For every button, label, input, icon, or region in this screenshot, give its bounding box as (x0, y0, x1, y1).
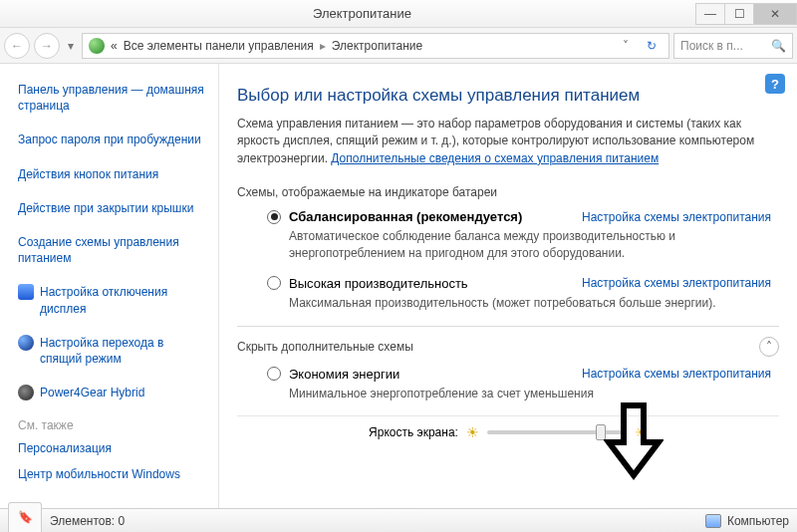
plan-powersaver-radio[interactable] (267, 367, 281, 381)
plan-balanced-settings-link[interactable]: Настройка схемы электропитания (582, 210, 771, 224)
sidebar-link-sleep[interactable]: Настройка перехода в спящий режим (40, 335, 204, 367)
plan-highperf-radio[interactable] (267, 276, 281, 290)
control-panel-icon (89, 38, 105, 54)
minimize-button[interactable]: — (695, 3, 725, 25)
sidebar-link-create-plan[interactable]: Создание схемы управления питанием (18, 234, 204, 266)
breadcrumb-part-2[interactable]: Электропитание (332, 39, 422, 53)
sleep-icon (18, 335, 34, 351)
sidebar-home-link[interactable]: Панель управления — домашняя страница (18, 82, 204, 114)
page-title: Выбор или настройка схемы управления пит… (237, 86, 779, 106)
power4gear-icon (18, 385, 34, 400)
more-info-link[interactable]: Дополнительные сведения о схемах управле… (331, 151, 659, 165)
sidebar-link-power-buttons[interactable]: Действия кнопок питания (18, 166, 204, 182)
page-description: Схема управления питанием — это набор па… (237, 116, 779, 167)
main-content: ? Выбор или настройка схемы управления п… (219, 64, 797, 508)
plan-powersaver-settings-link[interactable]: Настройка схемы электропитания (582, 367, 771, 381)
brightness-slider[interactable] (487, 430, 627, 434)
battery-plans-label: Схемы, отображаемые на индикаторе батаре… (237, 185, 779, 199)
sun-dim-icon: ☀ (466, 424, 479, 440)
breadcrumb-part-1[interactable]: Все элементы панели управления (124, 39, 314, 53)
plan-balanced-desc: Автоматическое соблюдение баланса между … (289, 228, 771, 262)
sidebar-link-power4gear[interactable]: Power4Gear Hybrid (40, 385, 144, 400)
hidden-plans-label: Скрыть дополнительные схемы (237, 340, 413, 354)
breadcrumb-separator: ▸ (320, 39, 326, 53)
plan-balanced-radio[interactable] (267, 210, 281, 224)
bookmark-tab[interactable]: 🔖 (8, 502, 42, 532)
plan-powersaver-desc: Минимальное энергопотребление за счет ум… (289, 386, 771, 402)
monitor-icon (18, 284, 34, 300)
breadcrumb-dropdown[interactable]: ˅ (617, 39, 635, 53)
see-also-label: См. также (18, 418, 204, 432)
sidebar-link-display-off[interactable]: Настройка отключения дисплея (40, 284, 204, 316)
status-computer-label: Компьютер (727, 514, 789, 528)
back-button[interactable]: ← (4, 33, 30, 59)
window-title: Электропитание (28, 6, 696, 21)
status-element-count: Элементов: 0 (50, 514, 125, 528)
close-button[interactable]: ✕ (753, 3, 797, 25)
see-also-mobility-center[interactable]: Центр мобильности Windows (18, 466, 204, 482)
sidebar-link-lid-close[interactable]: Действие при закрытии крышки (18, 200, 204, 216)
see-also-personalization[interactable]: Персонализация (18, 440, 204, 456)
plan-highperf-desc: Максимальная производительность (может п… (289, 295, 771, 312)
sidebar: Панель управления — домашняя страница За… (0, 64, 219, 508)
recent-locations-button[interactable]: ▾ (64, 39, 78, 53)
breadcrumb[interactable]: « Все элементы панели управления ▸ Элект… (82, 33, 669, 59)
brightness-slider-thumb[interactable] (596, 424, 606, 440)
status-bar: 🔖 Элементов: 0 Компьютер (0, 508, 797, 532)
search-input[interactable]: Поиск в п... 🔍 (673, 33, 793, 59)
help-button[interactable]: ? (765, 74, 785, 94)
refresh-button[interactable]: ↻ (641, 39, 663, 53)
breadcrumb-prefix: « (111, 39, 118, 53)
brightness-label: Яркость экрана: (369, 425, 458, 439)
plan-highperf-name: Высокая производительность (289, 276, 468, 291)
plan-balanced-name: Сбалансированная (рекомендуется) (289, 209, 522, 224)
search-placeholder: Поиск в п... (680, 39, 743, 53)
maximize-button[interactable]: ☐ (724, 3, 754, 25)
plan-highperf-settings-link[interactable]: Настройка схемы электропитания (582, 276, 771, 290)
sun-bright-icon: ☀ (635, 424, 648, 440)
sidebar-link-password[interactable]: Запрос пароля при пробуждении (18, 132, 204, 147)
search-icon: 🔍 (771, 39, 786, 53)
collapse-toggle[interactable]: ˄ (759, 337, 779, 357)
computer-icon (705, 514, 721, 528)
plan-powersaver-name: Экономия энергии (289, 367, 399, 382)
forward-button[interactable]: → (34, 33, 60, 59)
